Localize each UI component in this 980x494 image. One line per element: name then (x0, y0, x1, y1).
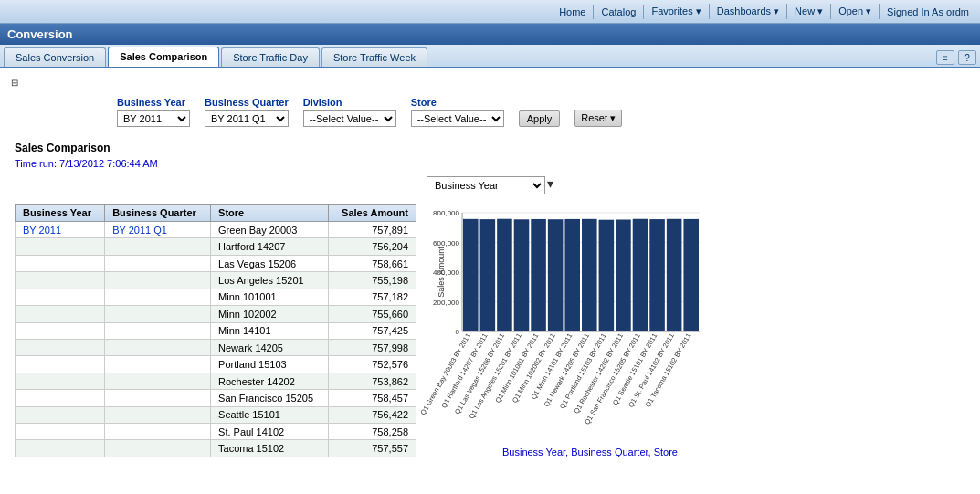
y-axis-label: Sales Amount (437, 247, 446, 298)
filter-business-quarter-select[interactable]: BY 2011 Q1 BY 2011 Q2 BY 2011 Q3 (205, 110, 289, 127)
bar-rect (564, 219, 580, 331)
cell-amount: 757,425 (329, 322, 416, 339)
col-header-store: Store (211, 205, 329, 222)
table-row: Minn 14101757,425 (16, 322, 416, 339)
bar-rect (633, 219, 648, 331)
table-row: Hartford 14207756,204 (16, 238, 416, 255)
cell-business-quarter: BY 2011 Q1 (105, 222, 211, 238)
nav-home[interactable]: Home (552, 5, 594, 19)
cell-business-year (16, 440, 105, 457)
cell-store: Green Bay 20003 (211, 222, 329, 238)
filter-business-year-label: Business Year (117, 97, 190, 108)
tab-sales-comparison[interactable]: Sales Comparison (108, 47, 219, 67)
bar-chart: 0200,000400,000600,000800,000Q1 Green Ba… (435, 204, 745, 441)
cell-business-quarter (105, 322, 211, 339)
cell-store: Rochester 14202 (211, 373, 329, 389)
filter-division-label: Division (303, 97, 396, 108)
filter-row: Business Year BY 2011 BY 2010 BY 2009 Bu… (7, 89, 973, 138)
filter-division-select[interactable]: --Select Value-- (303, 110, 396, 127)
cell-store: San Francisco 15205 (211, 390, 329, 406)
filter-business-quarter: Business Quarter BY 2011 Q1 BY 2011 Q2 B… (205, 97, 289, 127)
cell-amount: 752,576 (329, 356, 416, 373)
col-header-business-quarter: Business Quarter (105, 205, 211, 222)
filter-store: Store --Select Value-- (411, 97, 504, 127)
expand-icon[interactable]: ⊟ (7, 76, 973, 89)
cell-business-quarter (105, 424, 211, 440)
tabs-bar: Sales Conversion Sales Comparison Store … (0, 45, 980, 68)
main-content: ⊟ Business Year BY 2011 BY 2010 BY 2009 … (0, 68, 980, 494)
cell-business-year (16, 356, 105, 373)
filter-store-select[interactable]: --Select Value-- (411, 110, 504, 127)
app-title: Conversion (7, 27, 73, 41)
tab-store-traffic-day[interactable]: Store Traffic Day (221, 47, 320, 67)
cell-amount: 753,862 (329, 373, 416, 389)
cell-store: Los Angeles 15201 (211, 272, 329, 289)
cell-store: Minn 101001 (211, 289, 329, 305)
table-row: San Francisco 15205758,457 (16, 390, 416, 406)
cell-business-year (16, 390, 105, 406)
data-area: Business Year Business Quarter Store Sal… (7, 204, 973, 457)
tab-sales-conversion[interactable]: Sales Conversion (4, 47, 106, 67)
nav-dashboards[interactable]: Dashboards ▾ (710, 4, 787, 19)
cell-business-quarter (105, 390, 211, 406)
prompt-select[interactable]: Business Year Business Quarter Store Div… (427, 176, 545, 194)
cell-business-quarter (105, 255, 211, 271)
svg-text:0: 0 (456, 328, 460, 336)
cell-business-quarter (105, 272, 211, 289)
cell-amount: 756,204 (329, 238, 416, 255)
cell-business-year (16, 255, 105, 271)
cell-amount: 755,198 (329, 272, 416, 289)
cell-amount: 757,891 (329, 222, 416, 238)
cell-business-quarter (105, 339, 211, 355)
bar-rect (480, 219, 496, 331)
cell-store: Hartford 14207 (211, 238, 329, 255)
table-row: BY 2011BY 2011 Q1Green Bay 20003757,891 (16, 222, 416, 238)
prompt-selector: Business Year Business Quarter Store Div… (7, 176, 973, 194)
cell-amount: 758,661 (329, 255, 416, 271)
reset-button[interactable]: Reset ▾ (574, 110, 622, 127)
bar-rect (683, 219, 699, 331)
cell-business-year (16, 238, 105, 255)
table-row: St. Paul 14102758,258 (16, 424, 416, 440)
table-row: Rochester 14202753,862 (16, 373, 416, 389)
table-row: Portland 15103752,576 (16, 356, 416, 373)
tabs-right-icons: ≡ ? (936, 50, 976, 67)
filter-business-year: Business Year BY 2011 BY 2010 BY 2009 (117, 97, 190, 127)
report-time: Time run: 7/13/2012 7:06:44 AM (7, 158, 973, 176)
bar-rect (497, 219, 512, 331)
cell-business-year: BY 2011 (16, 222, 105, 238)
nav-new[interactable]: New ▾ (787, 4, 831, 19)
help-icon[interactable]: ? (958, 50, 976, 65)
filter-business-year-select[interactable]: BY 2011 BY 2010 BY 2009 (117, 110, 190, 127)
menu-icon[interactable]: ≡ (936, 50, 954, 65)
bar-rect (599, 220, 615, 331)
table-row: Minn 101001757,182 (16, 289, 416, 305)
bar-rect (463, 219, 479, 331)
cell-store: Seattle 15101 (211, 406, 329, 423)
cell-store: Minn 14101 (211, 322, 329, 339)
svg-text:600,000: 600,000 (433, 239, 459, 247)
cell-business-year (16, 272, 105, 289)
bar-rect (531, 219, 546, 331)
nav-open[interactable]: Open ▾ (831, 4, 880, 19)
filter-division: Division --Select Value-- (303, 97, 396, 127)
tab-store-traffic-week[interactable]: Store Traffic Week (321, 47, 427, 67)
cell-business-quarter (105, 373, 211, 389)
app-title-bar: Conversion (0, 24, 980, 45)
cell-business-quarter (105, 289, 211, 305)
table-row: Newark 14205757,998 (16, 339, 416, 355)
top-nav-links: Home Catalog Favorites ▾ Dashboards ▾ Ne… (552, 4, 976, 19)
chart-container: 0200,000400,000600,000800,000Q1 Green Ba… (435, 204, 745, 457)
bar-rect (667, 219, 682, 331)
bar-rect (548, 219, 564, 331)
cell-amount: 758,457 (329, 390, 416, 406)
prompt-dropdown-icon[interactable]: ▾ (547, 176, 553, 194)
cell-business-quarter (105, 356, 211, 373)
cell-business-quarter (105, 440, 211, 457)
cell-business-year (16, 306, 105, 322)
cell-business-year (16, 406, 105, 423)
svg-text:800,000: 800,000 (433, 209, 459, 217)
nav-catalog[interactable]: Catalog (594, 5, 644, 19)
apply-button[interactable]: Apply (519, 110, 561, 127)
nav-favorites[interactable]: Favorites ▾ (644, 4, 709, 19)
